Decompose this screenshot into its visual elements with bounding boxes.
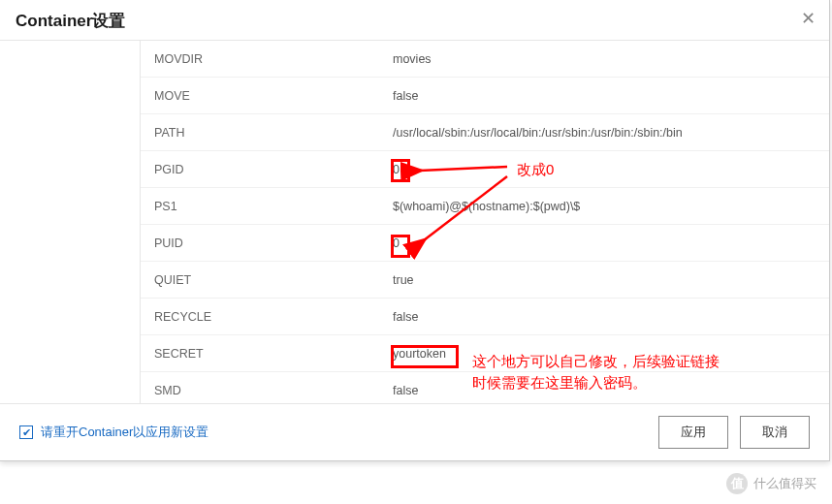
- env-value[interactable]: true: [393, 273, 817, 287]
- restart-checkbox[interactable]: ✔: [19, 425, 33, 439]
- env-key: SECRET: [152, 347, 393, 361]
- env-value[interactable]: movies: [393, 52, 817, 66]
- env-row-puid[interactable]: PUID0: [141, 225, 829, 262]
- left-sidebar: [0, 41, 141, 403]
- env-value[interactable]: /usr/local/sbin:/usr/local/bin:/usr/sbin…: [393, 126, 817, 140]
- env-row-ps1[interactable]: PS1$(whoami)@$(hostname):$(pwd)\$: [141, 188, 829, 225]
- env-key: SMD: [152, 384, 393, 397]
- env-value[interactable]: 0: [393, 236, 817, 250]
- env-key: PGID: [152, 163, 393, 176]
- watermark: 值 什么值得买: [726, 473, 816, 494]
- env-row-recycle[interactable]: RECYCLEfalse: [141, 299, 829, 335]
- env-value[interactable]: 0: [393, 163, 817, 176]
- env-key: PS1: [152, 200, 393, 213]
- env-value[interactable]: false: [393, 310, 817, 324]
- env-key: MOVDIR: [152, 52, 393, 66]
- env-row-secret[interactable]: SECRETyourtoken: [141, 335, 829, 372]
- watermark-text: 什么值得买: [753, 475, 816, 492]
- restart-label: 请重开Container以应用新设置: [41, 424, 208, 441]
- env-row-smd[interactable]: SMDfalse: [141, 372, 829, 403]
- dialog-content: MOVDIRmoviesMOVEfalsePATH/usr/local/sbin…: [0, 40, 829, 403]
- env-row-move[interactable]: MOVEfalse: [141, 78, 829, 114]
- env-row-movdir[interactable]: MOVDIRmovies: [141, 41, 829, 78]
- settings-panel: MOVDIRmoviesMOVEfalsePATH/usr/local/sbin…: [141, 41, 829, 403]
- env-value[interactable]: $(whoami)@$(hostname):$(pwd)\$: [393, 200, 817, 213]
- container-settings-dialog: Container设置 ✕ MOVDIRmoviesMOVEfalsePATH/…: [0, 0, 830, 461]
- watermark-icon: 值: [726, 473, 748, 494]
- env-value[interactable]: false: [393, 89, 817, 103]
- env-value[interactable]: false: [393, 384, 817, 397]
- env-row-quiet[interactable]: QUIETtrue: [141, 262, 829, 299]
- cancel-button[interactable]: 取消: [740, 416, 810, 449]
- env-key: PATH: [152, 126, 393, 140]
- env-key: RECYCLE: [152, 310, 393, 324]
- env-key: PUID: [152, 236, 393, 250]
- env-key: QUIET: [152, 273, 393, 287]
- env-var-list[interactable]: MOVDIRmoviesMOVEfalsePATH/usr/local/sbin…: [141, 41, 829, 403]
- apply-button[interactable]: 应用: [658, 416, 728, 449]
- restart-notice[interactable]: ✔ 请重开Container以应用新设置: [19, 424, 208, 441]
- dialog-footer: ✔ 请重开Container以应用新设置 应用 取消: [0, 403, 829, 460]
- env-value[interactable]: yourtoken: [393, 347, 817, 361]
- env-row-path[interactable]: PATH/usr/local/sbin:/usr/local/bin:/usr/…: [141, 114, 829, 151]
- close-icon[interactable]: ✕: [801, 10, 816, 27]
- dialog-header: Container设置 ✕: [0, 0, 829, 40]
- env-key: MOVE: [152, 89, 393, 103]
- dialog-title: Container设置: [16, 12, 125, 30]
- footer-buttons: 应用 取消: [658, 416, 810, 449]
- env-row-pgid[interactable]: PGID0: [141, 151, 829, 188]
